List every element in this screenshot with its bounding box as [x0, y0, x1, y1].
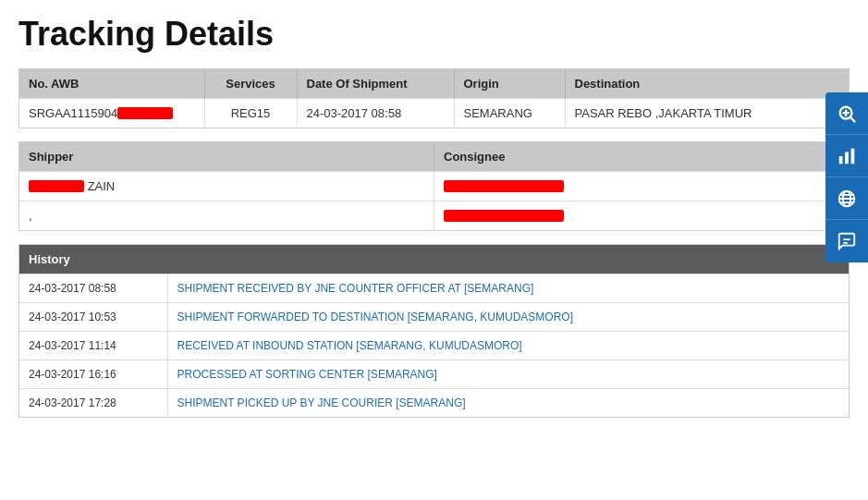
history-date-2: 24-03-2017 11:14	[19, 332, 167, 360]
svg-rect-4	[839, 156, 843, 164]
page-wrapper: Tracking Details No. AWB Services Date O…	[0, 0, 868, 445]
history-row: 24-03-2017 11:14 RECEIVED AT INBOUND STA…	[19, 332, 849, 360]
destination-cell: PASAR REBO ,JAKARTA TIMUR	[565, 99, 849, 128]
consignee-cell-2	[434, 201, 850, 231]
col-header-consignee: Consignee	[434, 142, 850, 172]
sidebar-chart-button[interactable]	[825, 135, 868, 177]
shipper-cell-2: ,	[19, 201, 434, 231]
col-header-services: Services	[204, 69, 297, 99]
services-cell: REG15	[204, 99, 297, 128]
svg-rect-6	[851, 148, 855, 164]
history-date-0: 24-03-2017 08:58	[19, 274, 167, 303]
col-header-date: Date Of Shipment	[297, 69, 454, 99]
svg-line-1	[850, 117, 855, 122]
history-date-3: 24-03-2017 16:16	[19, 360, 167, 389]
history-row: 24-03-2017 08:58 SHIPMENT RECEIVED BY JN…	[19, 274, 849, 303]
history-event-0: SHIPMENT RECEIVED BY JNE COUNTER OFFICER…	[167, 274, 849, 303]
history-header: History	[19, 245, 849, 274]
sidebar-search-button[interactable]	[825, 92, 868, 135]
date-cell: 24-03-2017 08:58	[297, 99, 454, 128]
shipment-table: No. AWB Services Date Of Shipment Origin…	[18, 68, 850, 128]
awb-prefix: SRGAA1115904	[29, 106, 117, 120]
shipper-cell-1: ZAIN	[19, 172, 434, 201]
consignee-redacted-1	[444, 180, 564, 192]
sidebar-chat-button[interactable]	[825, 220, 868, 262]
col-header-awb: No. AWB	[19, 69, 204, 99]
sidebar	[825, 92, 868, 262]
origin-cell: SEMARANG	[454, 99, 565, 128]
history-date-4: 24-03-2017 17:28	[19, 389, 167, 418]
consignee-cell-1	[434, 172, 850, 201]
shipper-consignee-table: Shipper Consignee ZAIN ,	[18, 141, 850, 231]
awb-redacted	[117, 107, 173, 119]
shipper-row-2: ,	[19, 201, 849, 231]
sidebar-globe-button[interactable]	[825, 177, 868, 220]
history-event-1: SHIPMENT FORWARDED TO DESTINATION [SEMAR…	[167, 303, 849, 332]
page-title: Tracking Details	[18, 15, 850, 54]
svg-rect-5	[845, 152, 849, 164]
history-row: 24-03-2017 17:28 SHIPMENT PICKED UP BY J…	[19, 389, 849, 418]
shipper-name: ZAIN	[88, 179, 116, 193]
col-header-destination: Destination	[565, 69, 849, 99]
shipper-redacted-1	[29, 180, 84, 192]
history-table: History 24-03-2017 08:58 SHIPMENT RECEIV…	[18, 244, 850, 418]
awb-cell: SRGAA1115904	[19, 99, 204, 128]
consignee-redacted-2	[444, 210, 564, 222]
col-header-origin: Origin	[454, 69, 565, 99]
history-event-3: PROCESSED AT SORTING CENTER [SEMARANG]	[167, 360, 849, 389]
history-event-2: RECEIVED AT INBOUND STATION [SEMARANG, K…	[167, 332, 849, 360]
table-row: SRGAA1115904 REG15 24-03-2017 08:58 SEMA…	[19, 99, 849, 128]
shipper-row-1: ZAIN	[19, 172, 849, 201]
history-row: 24-03-2017 10:53 SHIPMENT FORWARDED TO D…	[19, 303, 849, 332]
history-row: 24-03-2017 16:16 PROCESSED AT SORTING CE…	[19, 360, 849, 389]
col-header-shipper: Shipper	[19, 142, 434, 172]
history-date-1: 24-03-2017 10:53	[19, 303, 167, 332]
history-event-4: SHIPMENT PICKED UP BY JNE COURIER [SEMAR…	[167, 389, 849, 418]
